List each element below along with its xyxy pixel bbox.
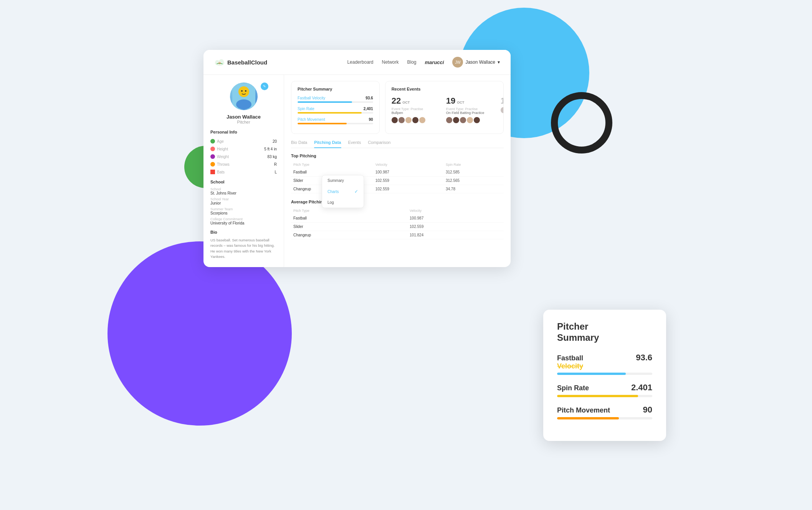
edit-icon: ✎ [263,84,266,88]
logo[interactable]: BaseballCloud [214,58,267,66]
profile-edit-button[interactable]: ✎ [261,83,268,90]
nav-network[interactable]: Network [382,59,399,65]
height-icon [210,147,215,151]
school-field-label: School [210,187,277,191]
overlay-fastball-bar-bg [557,373,652,375]
age-value: 20 [273,139,277,144]
school-year: Junior [210,201,277,205]
age-icon [210,139,215,144]
pitch-movement-label-row: Pitch Movement 90 [298,117,373,122]
year-field-label: School Year [210,197,277,201]
tab-comparison[interactable]: Comparison [368,140,390,148]
spin-rate-label-row: Spin Rate 2,401 [298,107,373,111]
overlay-movement-stat: Pitch Movement 90 [557,405,652,419]
ev-avatar [474,117,480,123]
overlay-fastball-bar-fill [557,373,626,375]
pitch-movement-label: Pitch Movement [298,117,325,122]
changeup-spin-cell: 34.78 [443,185,504,193]
pitch-movement-bar-fill [298,123,347,124]
top-row: Pitcher Summary Fastball Velocity 93.6 [291,81,504,134]
summer-team: Scorpions [210,211,277,215]
dropdown-summary[interactable]: Summary [322,175,364,186]
age-row: Age 20 [210,137,277,145]
avg-fastball-velocity: 100.987 [407,214,504,223]
overlay-fastball-value: 93.6 [636,353,652,363]
main-card: BaseballCloud Leaderboard Network Blog m… [203,50,511,267]
profile-avatar [230,83,258,110]
col-pitch-type: Pitch Type [291,161,359,168]
dropdown-charts[interactable]: Charts ✓ [322,186,364,197]
nav-leaderboard[interactable]: Leaderboard [347,59,373,65]
card-body: ✎ Jason Wallace Pitcher Personal Info Ag… [203,75,511,267]
ev-avatar [399,117,405,123]
table-row: Slider 102.559 [291,223,504,231]
spin-rate-stat: Spin Rate 2,401 [298,107,373,114]
nav-user[interactable]: JW Jason Wallace ▾ [452,57,500,68]
profile-role: Pitcher [210,120,277,124]
pitcher-summary-title: Pitcher Summary [298,87,373,91]
nav-blog[interactable]: Blog [407,59,417,65]
slider-velocity-cell: 102.559 [373,177,430,185]
event-type-label-1: Event Type: Practise [392,107,442,111]
college-field-label: College Commitment [210,217,277,221]
event-type-value-2: On Field Batting Practice [446,111,496,115]
slider-spin-cell: 312.565 [443,177,504,185]
spin-rate-value: 2,401 [364,107,373,111]
bats-value: L [275,170,277,174]
bats-row: Bats L [210,168,277,176]
tab-events[interactable]: Events [348,140,361,148]
personal-info-label: Personal Info [210,130,277,134]
dropdown-log[interactable]: Log [322,197,364,208]
bg-circle-outline [551,92,612,153]
avg-col-velocity: Velocity [407,207,504,214]
overlay-movement-value: 90 [643,405,652,415]
event-month-1: OCT [402,101,410,104]
tab-bio-data[interactable]: Bio Data [291,140,307,148]
svg-point-6 [236,99,251,109]
bio-text: US baseball. Set numerous baseball recor… [210,238,277,259]
tab-pitching-data[interactable]: Pitching Data [314,140,341,148]
overlay-movement-bar-bg [557,417,652,419]
overlay-movement-bar-fill [557,417,619,419]
col-empty2 [429,161,443,168]
summer-field-label: Summer Team [210,207,277,211]
pitch-movement-value: 90 [369,117,373,122]
event-type-value-1: Bullpen [392,111,442,115]
logo-text: BaseballCloud [227,59,267,66]
overlay-fastball-label: Fastball [557,354,583,362]
recent-events-box: Recent Events 22 OCT Event Type: Practis… [385,81,504,134]
weight-icon [210,154,215,159]
college-commitment: University of Florida [210,221,277,225]
overlay-fastball-stat: Fastball Velocity 93.6 [557,353,652,375]
overlay-movement-header: Pitch Movement 90 [557,405,652,415]
avg-pitches-thead: Pitch Type Velocity [291,207,504,214]
event-date-row-2: 19 OCT [446,96,496,106]
col-velocity: Velocity [373,161,430,168]
overlay-velocity-sublabel: Velocity [557,362,583,370]
overlay-title-line1: Pitcher [557,321,588,332]
overlay-spin-bar-bg [557,395,652,397]
fastball-velocity-label: Fastball Velocity [298,96,325,100]
event-type-label-2: Event Type: Practise [446,107,496,111]
profile-avatar-wrap: ✎ [210,83,277,110]
svg-point-5 [238,86,249,97]
age-label: Age [210,139,224,144]
main-area: Pitcher Summary Fastball Velocity 93.6 [284,75,511,267]
ev-avatar [446,117,452,123]
avg-col-pitch-type: Pitch Type [291,207,407,214]
page-wrapper: BaseballCloud Leaderboard Network Blog m… [0,0,812,510]
event-card-2: 19 OCT Event Type: Practise On Field Bat… [446,96,496,123]
svg-point-8 [245,90,246,92]
event-card-1: 22 OCT Event Type: Practise Bullpen [392,96,442,123]
table-row: Changeup 101.824 [291,231,504,239]
overlay-fastball-header: Fastball Velocity 93.6 [557,353,652,370]
fastball-velocity-cell: 100.987 [373,168,430,177]
event-avatars-3 [501,107,504,113]
events-carousel: 22 OCT Event Type: Practise Bullpen [392,96,497,123]
event-day-2: 19 [446,96,455,106]
event-day-1: 22 [392,96,401,106]
overlay-spin-label: Spin Rate [557,384,589,392]
changeup-velocity-cell: 102.559 [373,185,430,193]
pitching-data-content: Top Pitching Summary Charts ✓ Log [291,153,504,239]
fastball-bar-fill [298,101,352,103]
